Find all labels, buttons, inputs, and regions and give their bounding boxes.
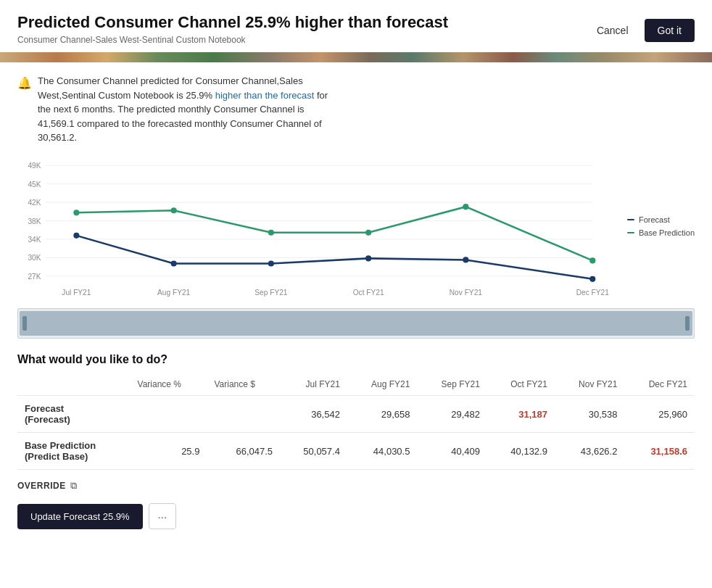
svg-text:Dec FY21: Dec FY21	[576, 289, 610, 297]
base-oct: 40,132.9	[487, 433, 555, 470]
svg-point-22	[268, 260, 274, 266]
row-label-forecast: Forecast(Forecast)	[17, 396, 131, 433]
header-actions: Cancel Got it	[589, 13, 695, 42]
chart-svg: 49K 45K 42K 38K 34K 30K 27K	[17, 155, 622, 302]
banner-image	[0, 52, 712, 62]
col-header-dec: Dec FY21	[624, 376, 695, 396]
svg-point-23	[365, 255, 371, 261]
svg-text:Jul FY21: Jul FY21	[62, 289, 91, 297]
main-content: 🔔 The Consumer Channel predicted for Con…	[0, 62, 712, 541]
table-row: Base Prediction(Predict Base) 25.9 66,04…	[17, 433, 695, 470]
forecast-legend-label: Forecast	[639, 215, 670, 224]
base-line-indicator	[627, 232, 634, 233]
col-header-variance-pct: Variance %	[131, 376, 207, 396]
what-title: What would you like to do?	[17, 353, 695, 366]
col-header-label	[17, 376, 131, 396]
data-table: Variance % Variance $ Jul FY21 Aug FY21 …	[17, 376, 695, 470]
page-title: Predicted Consumer Channel 25.9% higher …	[17, 13, 448, 32]
more-options-button[interactable]: ···	[149, 503, 177, 529]
col-header-variance-dollar: Variance $	[207, 376, 280, 396]
svg-point-19	[589, 257, 595, 263]
forecast-aug: 29,658	[347, 396, 418, 433]
base-sep: 40,409	[417, 433, 487, 470]
svg-point-14	[73, 210, 79, 215]
base-variance-pct: 25.9	[131, 433, 207, 470]
svg-point-15	[171, 207, 177, 213]
table-header-row: Variance % Variance $ Jul FY21 Aug FY21 …	[17, 376, 695, 396]
legend-forecast: Forecast	[627, 215, 695, 224]
svg-text:45K: 45K	[28, 181, 41, 189]
svg-point-25	[589, 276, 595, 282]
svg-text:49K: 49K	[28, 162, 41, 170]
bell-icon: 🔔	[17, 75, 32, 92]
info-text: The Consumer Channel predicted for Consu…	[38, 74, 336, 145]
base-variance-dollar: 66,047.5	[207, 433, 280, 470]
chart-legend: Forecast Base Prediction	[627, 215, 695, 237]
page-subtitle: Consumer Channel-Sales West-Sentinal Cus…	[17, 35, 448, 45]
forecast-variance-dollar	[207, 396, 280, 433]
chart-container: 49K 45K 42K 38K 34K 30K 27K	[17, 155, 622, 305]
svg-text:38K: 38K	[28, 217, 41, 225]
override-label: OVERRIDE	[17, 481, 66, 491]
svg-point-17	[365, 230, 371, 236]
table-row: Forecast(Forecast) 36,542 29,658 29,482 …	[17, 396, 695, 433]
chart-scrollbar[interactable]	[17, 308, 695, 339]
svg-point-16	[268, 230, 274, 236]
forecast-sep: 29,482	[417, 396, 487, 433]
col-header-jul: Jul FY21	[280, 376, 347, 396]
svg-text:27K: 27K	[28, 273, 41, 281]
scrollbar-right-handle[interactable]	[685, 316, 690, 331]
col-header-oct: Oct FY21	[487, 376, 555, 396]
forecast-jul: 36,542	[280, 396, 347, 433]
header: Predicted Consumer Channel 25.9% higher …	[0, 0, 712, 52]
override-icon: ⧉	[70, 480, 77, 492]
base-jul: 50,057.4	[280, 433, 347, 470]
base-dec: 31,158.6	[624, 433, 695, 470]
forecast-line-indicator	[627, 219, 634, 220]
svg-text:Sep FY21: Sep FY21	[254, 289, 288, 297]
header-left: Predicted Consumer Channel 25.9% higher …	[17, 13, 448, 45]
svg-text:34K: 34K	[28, 236, 41, 244]
forecast-nov: 30,538	[555, 396, 625, 433]
cancel-button[interactable]: Cancel	[589, 20, 636, 41]
base-nov: 43,626.2	[555, 433, 625, 470]
scrollbar-left-handle[interactable]	[22, 316, 27, 331]
forecast-variance-pct	[131, 396, 207, 433]
chart-wrapper: 49K 45K 42K 38K 34K 30K 27K	[17, 155, 695, 305]
row-label-base: Base Prediction(Predict Base)	[17, 433, 131, 470]
col-header-nov: Nov FY21	[555, 376, 625, 396]
update-forecast-button[interactable]: Update Forecast 25.9%	[17, 504, 143, 529]
svg-text:Nov FY21: Nov FY21	[450, 289, 483, 297]
got-it-button[interactable]: Got it	[645, 19, 695, 42]
override-section: OVERRIDE ⧉	[17, 480, 695, 492]
svg-text:30K: 30K	[28, 254, 41, 262]
forecast-dec: 25,960	[624, 396, 695, 433]
action-bar: Update Forecast 25.9% ···	[17, 503, 695, 529]
svg-point-20	[73, 233, 79, 239]
svg-point-18	[463, 204, 468, 210]
forecast-oct: 31,187	[487, 396, 555, 433]
base-legend-label: Base Prediction	[639, 228, 695, 237]
col-header-sep: Sep FY21	[417, 376, 487, 396]
info-highlight: higher than the forecast	[215, 90, 315, 101]
svg-point-21	[171, 260, 177, 266]
what-section: What would you like to do? Variance % Va…	[17, 353, 695, 529]
info-block: 🔔 The Consumer Channel predicted for Con…	[17, 74, 336, 145]
legend-base: Base Prediction	[627, 228, 695, 237]
scrollbar-thumb[interactable]	[20, 311, 692, 336]
base-aug: 44,030.5	[347, 433, 418, 470]
svg-point-24	[463, 257, 468, 262]
svg-text:Aug FY21: Aug FY21	[157, 289, 191, 297]
svg-text:42K: 42K	[28, 199, 41, 207]
svg-text:Oct FY21: Oct FY21	[353, 289, 384, 297]
col-header-aug: Aug FY21	[347, 376, 418, 396]
